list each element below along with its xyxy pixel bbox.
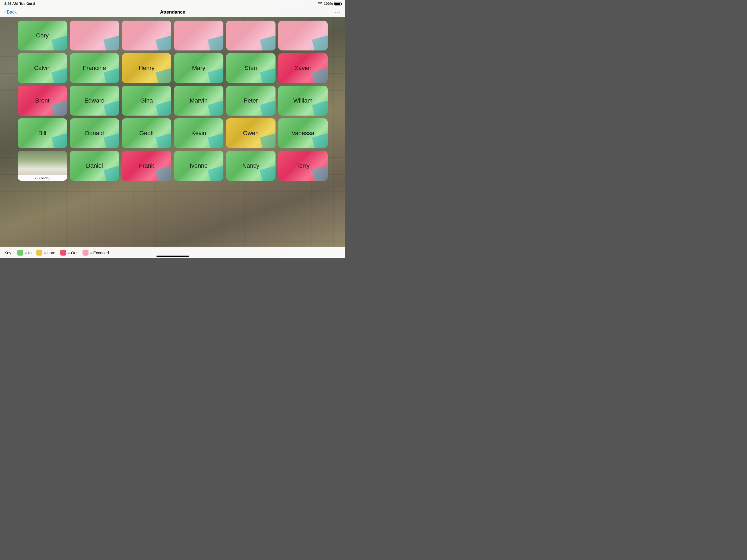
student-card-henry[interactable]: Henry (122, 53, 171, 83)
legend-late-label: = Late (44, 250, 55, 255)
student-row-2: Calvin Francine Henry Mary Stan Xavier (5, 53, 340, 83)
student-card-frank[interactable]: Frank (122, 151, 171, 181)
legend-late: = Late (36, 249, 55, 256)
student-card-william[interactable]: William (278, 86, 328, 115)
student-card-edward[interactable]: Edward (70, 86, 119, 115)
nav-bar: ‹ Back Attendance ··· (0, 7, 345, 17)
student-card-calvin[interactable]: Calvin (18, 53, 67, 83)
back-chevron: ‹ (4, 10, 6, 15)
student-row-4: Bill Donald Geoff Kevin Owen Vanessa (5, 118, 340, 148)
student-card-empty-5[interactable] (278, 21, 328, 51)
student-card-donald[interactable]: Donald (70, 118, 119, 148)
student-card-stan[interactable]: Stan (226, 53, 276, 83)
back-button[interactable]: ‹ Back (4, 10, 17, 15)
more-button[interactable]: ··· (335, 9, 341, 16)
student-card-cory[interactable]: Cory (18, 21, 67, 51)
student-card-empty-4[interactable] (226, 21, 276, 51)
student-card-owen[interactable]: Owen (226, 118, 276, 148)
student-row-3: Brent Edward Gina Marvin Peter William (5, 86, 340, 115)
home-indicator (156, 256, 189, 257)
student-card-geoff[interactable]: Geoff (122, 118, 171, 148)
back-label: Back (7, 10, 17, 15)
student-card-xavier[interactable]: Xavier (278, 53, 328, 83)
status-time: 8:26 AM (4, 2, 18, 6)
legend-key-label: Key: (4, 250, 12, 255)
student-card-gina[interactable]: Gina (122, 86, 171, 115)
legend-in-label: = In (25, 250, 31, 255)
page-title: Attendance (160, 9, 185, 15)
wifi-icon (318, 2, 322, 6)
student-card-francine[interactable]: Francine (70, 53, 119, 83)
student-card-al[interactable]: Al (Allen) (18, 151, 67, 181)
student-card-empty-3[interactable] (174, 21, 224, 51)
student-card-bill[interactable]: Bill (18, 118, 67, 148)
student-card-daniel[interactable]: Daniel (70, 151, 119, 181)
student-grid: Cory Calvin Francine (0, 17, 345, 184)
student-card-nancy[interactable]: Nancy (226, 151, 276, 181)
student-card-mary[interactable]: Mary (174, 53, 224, 83)
legend-out-label: = Out (68, 250, 78, 255)
student-card-terry[interactable]: Terry (278, 151, 328, 181)
legend-late-dot (36, 249, 42, 256)
student-card-marvin[interactable]: Marvin (174, 86, 224, 115)
student-card-kevin[interactable]: Kevin (174, 118, 224, 148)
student-card-brent[interactable]: Brent (18, 86, 67, 115)
student-card-ivonne[interactable]: Ivonne (174, 151, 224, 181)
status-bar: 8:26 AM Tue Oct 8 100% (0, 0, 345, 7)
al-label: Al (Allen) (18, 175, 67, 181)
student-row-1: Cory (5, 21, 340, 51)
battery-icon (334, 2, 341, 5)
legend-in: = In (17, 249, 31, 256)
legend-excused: = Excused (82, 249, 109, 256)
status-date: Tue Oct 8 (19, 2, 35, 6)
student-card-empty-1[interactable] (70, 21, 119, 51)
student-card-vanessa[interactable]: Vanessa (278, 118, 328, 148)
legend-excused-label: = Excused (90, 250, 109, 255)
battery-percentage: 100% (324, 2, 333, 6)
student-row-5: Al (Allen) Daniel Frank Ivonne Nancy Ter… (5, 151, 340, 181)
svg-point-0 (320, 4, 320, 5)
legend-out-dot (60, 249, 66, 256)
student-card-peter[interactable]: Peter (226, 86, 276, 115)
legend-excused-dot (82, 249, 88, 256)
legend-in-dot (17, 249, 23, 256)
legend-out: = Out (60, 249, 78, 256)
student-card-empty-2[interactable] (122, 21, 171, 51)
